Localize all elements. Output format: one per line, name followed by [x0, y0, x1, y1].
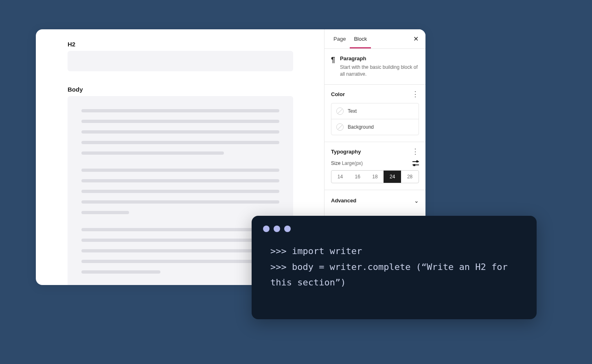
size-option-14[interactable]: 14 [331, 171, 349, 183]
skeleton-line [81, 141, 279, 144]
advanced-heading: Advanced [331, 197, 356, 204]
typography-section: Typography ⋮ Size Large(px) 1416182428 [325, 142, 425, 190]
advanced-section-toggle[interactable]: Advanced ⌄ [325, 190, 425, 211]
size-option-16[interactable]: 16 [349, 171, 366, 183]
size-label: Size [331, 160, 340, 166]
skeleton-line [81, 228, 279, 231]
code-line: >>> body = writer.complete (“Write an H2… [270, 262, 513, 288]
size-value: Large(px) [342, 160, 363, 166]
sidebar-tabs: Page Block ✕ [325, 29, 425, 49]
typography-options-menu[interactable]: ⋮ [412, 150, 419, 153]
h2-input[interactable] [68, 51, 293, 71]
code-line: >>> import writer [270, 246, 362, 256]
size-button-group: 1416182428 [331, 170, 419, 183]
skeleton-paragraph [81, 109, 279, 155]
custom-size-icon[interactable] [412, 160, 419, 166]
size-option-24[interactable]: 24 [384, 171, 401, 183]
skeleton-paragraph [81, 228, 279, 274]
h2-section-label: H2 [68, 41, 292, 48]
color-options-menu[interactable]: ⋮ [412, 92, 419, 96]
window-dot [274, 226, 280, 232]
paragraph-icon: ¶ [331, 56, 335, 64]
size-option-28[interactable]: 28 [401, 171, 419, 183]
window-dot [284, 226, 291, 232]
color-section: Color ⋮ Text Background [325, 85, 425, 142]
background-color-label: Background [348, 124, 374, 130]
tab-page[interactable]: Page [329, 29, 350, 48]
no-color-icon [336, 123, 344, 131]
skeleton-line [81, 109, 279, 112]
skeleton-line [81, 260, 279, 263]
terminal-code: >>> import writer >>> body = writer.comp… [263, 243, 525, 291]
window-dot [263, 226, 270, 232]
skeleton-line [81, 211, 129, 214]
typography-heading: Typography [331, 149, 361, 155]
code-terminal: >>> import writer >>> body = writer.comp… [252, 216, 537, 319]
skeleton-line [81, 169, 279, 172]
skeleton-line [81, 130, 279, 134]
skeleton-line [81, 120, 279, 123]
window-controls [263, 226, 525, 232]
background-color-button[interactable]: Background [331, 119, 419, 135]
chevron-down-icon: ⌄ [414, 197, 419, 204]
body-section-label: Body [68, 86, 292, 93]
size-option-18[interactable]: 18 [366, 171, 384, 183]
skeleton-line [81, 179, 279, 182]
close-icon: ✕ [413, 35, 419, 43]
text-color-button[interactable]: Text [331, 103, 419, 119]
text-color-label: Text [348, 108, 357, 114]
skeleton-line [81, 151, 224, 155]
block-info-section: ¶ Paragraph Start with the basic buildin… [325, 49, 425, 85]
close-sidebar-button[interactable]: ✕ [411, 34, 421, 44]
no-color-icon [336, 107, 344, 115]
color-heading: Color [331, 91, 345, 97]
skeleton-line [81, 190, 279, 193]
skeleton-paragraph [81, 169, 279, 214]
block-type-title: Paragraph [340, 55, 419, 61]
skeleton-line [81, 270, 160, 274]
tab-block[interactable]: Block [350, 29, 371, 48]
skeleton-line [81, 249, 279, 252]
skeleton-line [81, 200, 279, 204]
skeleton-line [81, 239, 279, 242]
block-type-description: Start with the basic building block of a… [340, 64, 419, 78]
